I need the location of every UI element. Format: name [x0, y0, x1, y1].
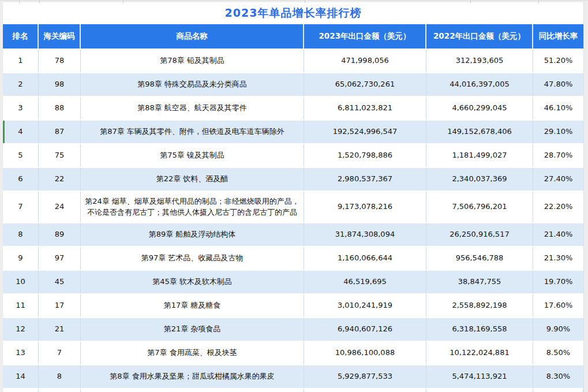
table-body: 178第78章 铅及其制品471,998,056312,193,60551.20…: [3, 50, 583, 389]
cell-amount_2022[interactable]: 1,181,499,027: [426, 144, 533, 167]
cell-hs_code[interactable]: 8: [39, 365, 81, 388]
cell-rank[interactable]: 4: [3, 121, 39, 143]
cell-hs_code[interactable]: 88: [39, 97, 81, 120]
cell-rank[interactable]: 10: [3, 271, 39, 293]
cell-rank[interactable]: 12: [3, 318, 39, 341]
cell-growth[interactable]: 46.10%: [533, 97, 583, 120]
cell-hs_code[interactable]: 98: [39, 73, 81, 96]
cell-name[interactable]: 第87章 车辆及其零件、附件，但铁道及电车道车辆除外: [81, 121, 304, 143]
cell-amount_2023[interactable]: 3,010,241,919: [304, 294, 426, 317]
cell-amount_2022[interactable]: 149,152,678,406: [426, 121, 533, 143]
cell-amount_2022[interactable]: 956,546,788: [426, 247, 533, 270]
cell-amount_2022[interactable]: 38,847,755: [426, 271, 533, 293]
gridline-stub: [19, 1, 20, 3]
cell-amount_2023[interactable]: 5,929,877,533: [304, 365, 426, 388]
cell-name[interactable]: 第89章 船舶及浮动结构体: [81, 223, 304, 246]
cell-growth[interactable]: 19.70%: [533, 271, 583, 293]
column-header-amount_2022[interactable]: 2022年出口金额（美元）: [426, 24, 533, 48]
cell-name[interactable]: 第98章 特殊交易品及未分类商品: [81, 73, 304, 96]
cell-name[interactable]: 第8章 食用水果及坚果；甜瓜或柑橘属水果的果皮: [81, 365, 304, 388]
cell-growth[interactable]: 8.50%: [533, 342, 583, 364]
cell-amount_2023[interactable]: 31,874,308,094: [304, 223, 426, 246]
cell-growth[interactable]: 17.60%: [533, 294, 583, 317]
table-row: 1117第17章 糖及糖食3,010,241,9192,558,892,1981…: [3, 294, 583, 318]
cell-rank[interactable]: 9: [3, 247, 39, 270]
cell-amount_2023[interactable]: 9,173,078,216: [304, 192, 426, 222]
cell-rank[interactable]: 6: [3, 168, 39, 191]
cell-name[interactable]: 第78章 铅及其制品: [81, 50, 304, 72]
cell-name[interactable]: 第45章 软木及软木制品: [81, 271, 304, 293]
cell-amount_2022[interactable]: 6,318,169,558: [426, 318, 533, 341]
cell-rank[interactable]: 1: [3, 50, 39, 72]
cell-amount_2023[interactable]: 10,986,100,088: [304, 342, 426, 364]
gridline-stub: [538, 1, 539, 3]
cell-rank[interactable]: 2: [3, 73, 39, 96]
column-header-growth[interactable]: 同比增长率: [533, 24, 583, 48]
cell-hs_code[interactable]: 87: [39, 121, 81, 143]
cell-hs_code[interactable]: 7: [39, 342, 81, 364]
cell-hs_code[interactable]: 75: [39, 144, 81, 167]
column-header-rank[interactable]: 排名: [3, 24, 39, 48]
cell-amount_2023[interactable]: 65,062,730,261: [304, 73, 426, 96]
column-header-amount_2023[interactable]: 2023年出口金额（美元）: [304, 24, 426, 48]
cell-amount_2023[interactable]: 192,524,996,547: [304, 121, 426, 143]
cell-growth[interactable]: 8.30%: [533, 365, 583, 388]
cell-amount_2023[interactable]: 471,998,056: [304, 50, 426, 72]
column-header-hs_code[interactable]: 海关编码: [39, 24, 81, 48]
cell-rank[interactable]: 3: [3, 97, 39, 120]
cell-amount_2023[interactable]: 1,520,798,886: [304, 144, 426, 167]
cell-amount_2022[interactable]: 10,122,024,881: [426, 342, 533, 364]
cell-amount_2023[interactable]: 6,811,023,821: [304, 97, 426, 120]
cell-amount_2022[interactable]: 312,193,605: [426, 50, 533, 72]
cell-amount_2022[interactable]: 4,660,299,045: [426, 97, 533, 120]
cell-rank[interactable]: 11: [3, 294, 39, 317]
cell-growth[interactable]: 22.20%: [533, 192, 583, 222]
cell-rank[interactable]: 14: [3, 365, 39, 388]
cell-name[interactable]: 第75章 镍及其制品: [81, 144, 304, 167]
cell-amount_2022[interactable]: 2,340,037,369: [426, 168, 533, 191]
cell-amount_2022[interactable]: 26,250,916,517: [426, 223, 533, 246]
cell-rank[interactable]: 8: [3, 223, 39, 246]
cell-name[interactable]: 第7章 食用蔬菜、根及块茎: [81, 342, 304, 364]
cell-hs_code[interactable]: 17: [39, 294, 81, 317]
cell-hs_code[interactable]: 45: [39, 271, 81, 293]
canvas-right-edge: [584, 0, 588, 392]
table-header-row: 排名海关编码商品名称2023年出口金额（美元）2022年出口金额（美元）同比增长…: [3, 24, 583, 50]
cell-growth[interactable]: 28.70%: [533, 144, 583, 167]
cell-growth[interactable]: 9.90%: [533, 318, 583, 341]
table-title-bar: 2023年单品增长率排行榜: [3, 2, 583, 24]
cell-rank[interactable]: 5: [3, 144, 39, 167]
cell-hs_code[interactable]: 24: [39, 192, 81, 222]
column-header-name[interactable]: 商品名称: [81, 24, 304, 48]
cell-name[interactable]: 第17章 糖及糖食: [81, 294, 304, 317]
cell-growth[interactable]: 21.40%: [533, 223, 583, 246]
cell-growth[interactable]: 21.30%: [533, 247, 583, 270]
cell-amount_2022[interactable]: 2,558,892,198: [426, 294, 533, 317]
table-row: 889第89章 船舶及浮动结构体31,874,308,09426,250,916…: [3, 223, 583, 247]
cell-amount_2023[interactable]: 1,160,066,644: [304, 247, 426, 270]
cell-rank[interactable]: 13: [3, 342, 39, 364]
cell-amount_2022[interactable]: 44,016,397,005: [426, 73, 533, 96]
cell-amount_2023[interactable]: 2,980,537,367: [304, 168, 426, 191]
cell-growth[interactable]: 47.80%: [533, 73, 583, 96]
table-row: 148第8章 食用水果及坚果；甜瓜或柑橘属水果的果皮5,929,877,5335…: [3, 365, 583, 389]
cell-name[interactable]: 第88章 航空器、航天器及其零件: [81, 97, 304, 120]
gridline-stub: [123, 1, 123, 3]
cell-growth[interactable]: 29.10%: [533, 121, 583, 143]
cell-hs_code[interactable]: 97: [39, 247, 81, 270]
cell-name[interactable]: 第22章 饮料、酒及醋: [81, 168, 304, 191]
cell-hs_code[interactable]: 22: [39, 168, 81, 191]
cell-name[interactable]: 第24章 烟草、烟草及烟草代用品的制品；非经燃烧吸用的产品，不论是否含有尼古丁；…: [81, 192, 304, 222]
cell-rank[interactable]: 7: [3, 192, 39, 222]
cell-amount_2022[interactable]: 5,474,113,921: [426, 365, 533, 388]
cell-name[interactable]: 第21章 杂项食品: [81, 318, 304, 341]
cell-hs_code[interactable]: 89: [39, 223, 81, 246]
cell-growth[interactable]: 27.40%: [533, 168, 583, 191]
cell-amount_2023[interactable]: 46,519,695: [304, 271, 426, 293]
cell-name[interactable]: 第97章 艺术品、收藏品及古物: [81, 247, 304, 270]
cell-growth[interactable]: 51.20%: [533, 50, 583, 72]
cell-amount_2023[interactable]: 6,940,607,126: [304, 318, 426, 341]
cell-amount_2022[interactable]: 7,506,796,201: [426, 192, 533, 222]
cell-hs_code[interactable]: 78: [39, 50, 81, 72]
cell-hs_code[interactable]: 21: [39, 318, 81, 341]
